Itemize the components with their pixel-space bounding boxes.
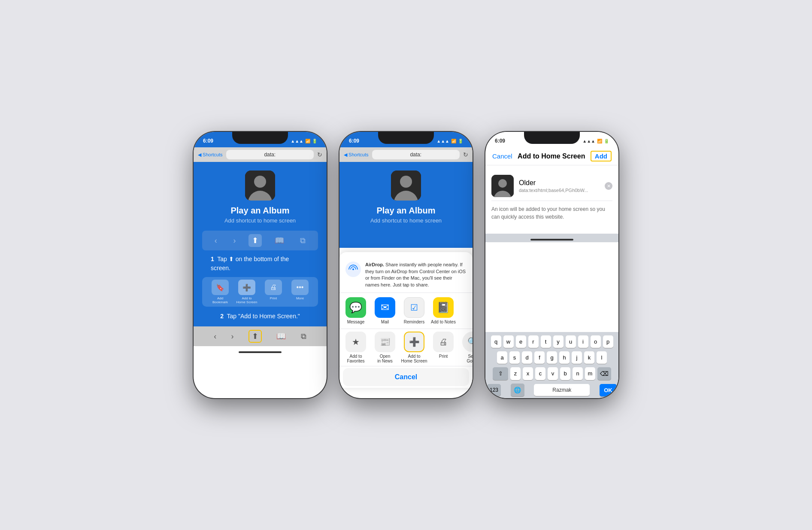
key-g[interactable]: g — [547, 351, 557, 364]
url-bar-2[interactable]: data: — [372, 150, 460, 159]
svg-point-1 — [254, 176, 266, 188]
dock-tabs[interactable]: ⧉ — [301, 332, 306, 341]
key-j[interactable]: j — [572, 351, 582, 364]
action-favorites[interactable]: ★ Add toFavorites — [341, 332, 370, 363]
key-globe[interactable]: 🌐 — [511, 384, 524, 396]
app-reminders[interactable]: ☑ Reminders — [400, 297, 429, 324]
key-b[interactable]: b — [560, 367, 570, 380]
refresh-icon-2[interactable]: ↻ — [463, 151, 468, 158]
add-home-label: Add toHome Screen — [236, 296, 258, 304]
key-s[interactable]: s — [509, 351, 520, 364]
keyboard-row-3: ⇧ z x c v b n m ⌫ — [487, 367, 617, 380]
back-button-2[interactable]: ◀ Shortcuts — [344, 152, 369, 158]
album-title-2: Play an Album — [376, 206, 435, 216]
print-item[interactable]: 🖨 Print — [261, 280, 285, 304]
app-mail[interactable]: ✉ Mail — [370, 297, 400, 324]
key-y[interactable]: y — [553, 335, 564, 348]
keyboard-row-4: 123 🌐 Razmak OK — [487, 384, 617, 396]
add-button[interactable]: Add — [591, 151, 612, 161]
add-bookmark-item[interactable]: 🔖 AddBookmark — [208, 280, 232, 304]
reminders-icon: ☑ — [404, 297, 424, 318]
page-title-3: Add to Home Screen — [518, 152, 585, 160]
key-delete[interactable]: ⌫ — [597, 367, 611, 380]
more-item[interactable]: ••• More — [288, 280, 312, 304]
app-message[interactable]: 💬 Message — [341, 297, 370, 324]
key-f[interactable]: f — [534, 351, 545, 364]
notch-3 — [524, 132, 580, 144]
back-nav-btn[interactable]: ‹ — [211, 235, 221, 247]
key-c[interactable]: c — [535, 367, 545, 380]
key-v[interactable]: v — [548, 367, 558, 380]
key-o[interactable]: o — [591, 335, 601, 348]
action-add-home[interactable]: ➕ Add toHome Screen — [400, 332, 429, 363]
phone-dock-1: ‹ › ⬆ 📖 ⧉ — [194, 326, 327, 346]
add-bookmark-icon: 🔖 — [212, 280, 229, 295]
key-space[interactable]: Razmak — [534, 384, 590, 396]
key-u[interactable]: u — [566, 335, 576, 348]
clear-button[interactable]: ✕ — [605, 182, 612, 190]
key-d[interactable]: d — [522, 351, 532, 364]
bookmarks-btn[interactable]: 📖 — [271, 234, 288, 247]
blue-content-1: Play an Album Add shortcut to home scree… — [194, 162, 327, 326]
key-ok[interactable]: OK — [600, 384, 617, 396]
tabs-btn[interactable]: ⧉ — [297, 235, 309, 247]
back-button-1[interactable]: ◀ Shortcuts — [198, 152, 223, 158]
cancel-button[interactable]: Cancel — [343, 368, 469, 386]
key-p[interactable]: p — [603, 335, 613, 348]
dock-bookmarks[interactable]: 📖 — [276, 332, 286, 341]
key-z[interactable]: z — [510, 367, 521, 380]
key-i[interactable]: i — [578, 335, 588, 348]
share-btn-highlighted[interactable]: ⬆ — [248, 234, 262, 247]
key-k[interactable]: k — [584, 351, 594, 364]
print-icon: 🖨 — [265, 280, 282, 295]
home-indicator-1 — [194, 346, 327, 355]
add-bookmark-label: AddBookmark — [212, 296, 228, 304]
key-l[interactable]: l — [597, 351, 607, 364]
dock-share-highlighted[interactable]: ⬆ — [248, 330, 262, 343]
status-icons-1: ▲▲▲ 📶 🔋 — [291, 139, 317, 143]
airdrop-row: AirDrop. Share instantly with people nea… — [339, 257, 473, 293]
album-subtitle-2: Add shortcut to home screen — [370, 217, 442, 224]
time-1: 6:09 — [203, 138, 213, 144]
app-notes[interactable]: 📓 Add to Notes — [429, 297, 458, 324]
action-search[interactable]: 🔍 SearGoo... — [458, 332, 473, 363]
url-bar-1[interactable]: data: — [226, 150, 314, 159]
cancel-button-3[interactable]: Cancel — [492, 152, 512, 160]
svg-point-8 — [498, 179, 507, 188]
airdrop-text: AirDrop. Share instantly with people nea… — [365, 262, 467, 288]
key-shift[interactable]: ⇧ — [493, 367, 508, 380]
key-x[interactable]: x — [523, 367, 533, 380]
news-label: Openin News — [377, 354, 393, 363]
key-r[interactable]: r — [528, 335, 539, 348]
forward-nav-btn[interactable]: › — [230, 235, 239, 247]
key-n[interactable]: n — [573, 367, 583, 380]
key-t[interactable]: t — [541, 335, 551, 348]
form-fields: data:text/html;base64,PGh0bW... — [519, 179, 600, 193]
key-q[interactable]: q — [491, 335, 501, 348]
add-home-header: Cancel Add to Home Screen Add — [485, 147, 618, 165]
add-home-screen-item[interactable]: ➕ Add toHome Screen — [235, 280, 259, 304]
favorites-label: Add toFavorites — [347, 354, 364, 363]
dock-forward[interactable]: › — [231, 332, 234, 341]
nav-bar-1: ◀ Shortcuts data: ↻ — [194, 147, 327, 162]
form-app-icon — [491, 175, 514, 197]
key-w[interactable]: w — [503, 335, 514, 348]
key-m[interactable]: m — [585, 367, 595, 380]
more-label: More — [296, 296, 304, 300]
dock-back[interactable]: ‹ — [214, 332, 216, 341]
step2-text: 2 Tap "Add to Home Screen." — [212, 310, 309, 322]
app-name-input[interactable] — [519, 179, 600, 187]
album-subtitle-1: Add shortcut to home screen — [224, 217, 296, 224]
add-home-action-label: Add toHome Screen — [401, 354, 427, 363]
share-sheet: AirDrop. Share instantly with people nea… — [339, 252, 473, 388]
action-news[interactable]: 📰 Openin News — [370, 332, 400, 363]
action-print[interactable]: 🖨 Print — [429, 332, 458, 363]
status-icons-3: ▲▲▲ 📶 🔋 — [582, 139, 609, 143]
album-title-1: Play an Album — [230, 206, 289, 216]
key-h[interactable]: h — [559, 351, 570, 364]
refresh-icon-1[interactable]: ↻ — [317, 151, 322, 158]
key-num[interactable]: 123 — [487, 384, 501, 396]
key-e[interactable]: e — [516, 335, 526, 348]
key-a[interactable]: a — [497, 351, 507, 364]
keyboard-row-1: q w e r t y u i o p — [487, 335, 617, 348]
